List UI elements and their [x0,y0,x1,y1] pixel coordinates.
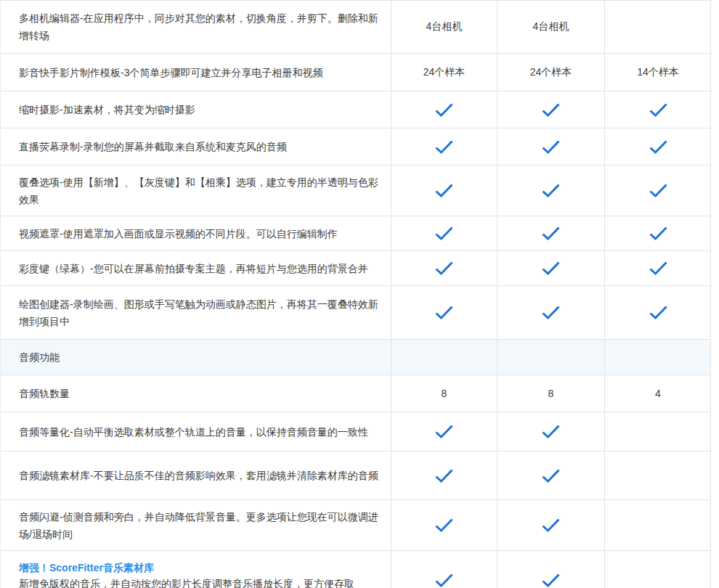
feature-cell: 彩度键（绿幕）-您可以在屏幕前拍摄专案主题，再将短片与您选用的背景合并 [1,251,391,285]
value-cell [497,500,604,550]
value-cell: 4台相机 [391,1,497,53]
checkmark-icon [434,424,454,439]
value-cell [497,166,604,216]
feature-label: 直播荧幕录制-录制您的屏幕并截取来自系统和麦克风的音频 [19,138,383,155]
checkmark-icon [649,305,668,320]
feature-label: 绘图创建器-录制绘画、图形或手写笔触为动画或静态图片，再将其一覆叠特效新增到项目… [19,295,383,330]
feature-label: 影音快手影片制作模板-3个简单步骤即可建立并分享电子相册和视频 [19,64,383,81]
checkmark-icon [541,573,561,588]
value-cell [604,166,711,216]
checkmark-icon [649,139,668,155]
value-cell [497,412,604,451]
checkmark-icon [649,183,668,198]
feature-comparison-table: 多相机编辑器-在应用程序中，同步对其您的素材，切换角度，并剪下。删除和新增转场 … [0,0,711,588]
checkmark-icon [541,183,561,198]
value-cell [391,286,497,339]
table-row: 覆叠选项-使用【新增】、【灰度键】和【相乘】选项，建立专用的半透明与色彩效果 [1,166,710,216]
value-cell [604,128,711,165]
table-row: 彩度键（绿幕）-您可以在屏幕前拍摄专案主题，再将短片与您选用的背景合并 [1,251,710,286]
value-cell [497,340,604,375]
checkmark-icon [434,573,454,588]
table-row: 绘图创建器-录制绘画、图形或手写笔触为动画或静态图片，再将其一覆叠特效新增到项目… [1,286,710,340]
checkmark-icon [541,305,561,320]
value-cell [604,340,711,375]
checkmark-icon [541,424,561,439]
value-cell [604,1,711,53]
value-cell [497,91,604,128]
feature-cell: 绘图创建器-录制绘画、图形或手写笔触为动画或静态图片，再将其一覆叠特效新增到项目… [1,286,391,339]
feature-cell: 视频遮罩-使用遮罩加入画面或显示视频的不同片段。可以自行编辑制作 [1,216,391,250]
checkmark-icon [541,226,561,241]
value-cell [497,216,604,250]
table-row: 缩时摄影-加速素材，将其变为缩时摄影 [1,91,710,128]
feature-cell: 增强！ScoreFitter音乐素材库新增免版权的音乐，并自动按您的影片长度调整… [1,551,391,588]
value-cell [604,216,711,250]
value-cell [604,91,711,128]
value-cell: 8 [391,375,497,412]
table-row: 音频轨数量 8 8 4 [1,375,710,412]
feature-label: 音频滤镜素材库-不要让品质不佳的音频影响效果，套用滤镜并清除素材库的音频 [19,467,383,484]
table-row: 多相机编辑器-在应用程序中，同步对其您的素材，切换角度，并剪下。删除和新增转场 … [1,1,710,54]
feature-label: 缩时摄影-加速素材，将其变为缩时摄影 [19,101,383,118]
value-cell [391,500,497,550]
value-cell [391,551,497,588]
checkmark-icon [541,468,561,483]
table-row: 视频遮罩-使用遮罩加入画面或显示视频的不同片段。可以自行编辑制作 [1,216,710,251]
feature-cell: 音频功能 [1,340,391,375]
feature-cell: 覆叠选项-使用【新增】、【灰度键】和【相乘】选项，建立专用的半透明与色彩效果 [1,166,391,216]
feature-label: 增强！ScoreFitter音乐素材库 [19,560,383,576]
feature-label: 音频轨数量 [19,385,383,402]
feature-label: 视频遮罩-使用遮罩加入画面或显示视频的不同片段。可以自行编辑制作 [19,225,383,242]
checkmark-icon [541,139,561,155]
value-cell: 24个样本 [497,54,604,91]
feature-cell: 音频等量化-自动平衡选取素材或整个轨道上的音量，以保持音频音量的一致性 [1,412,391,451]
value-cell [604,286,711,339]
value-cell [604,500,711,550]
checkmark-icon [434,226,454,241]
checkmark-icon [541,261,561,276]
feature-label: 彩度键（绿幕）-您可以在屏幕前拍摄专案主题，再将短片与您选用的背景合并 [19,260,383,277]
feature-cell: 多相机编辑器-在应用程序中，同步对其您的素材，切换角度，并剪下。删除和新增转场 [1,1,391,53]
table-row: 直播荧幕录制-录制您的屏幕并截取来自系统和麦克风的音频 [1,128,710,166]
value-cell [604,551,711,588]
checkmark-icon [541,102,561,118]
checkmark-icon [541,518,561,533]
checkmark-icon [434,139,454,155]
value-cell [497,128,604,165]
checkmark-icon [434,183,454,198]
value-cell: 24个样本 [391,54,497,91]
value-cell: 4 [604,375,711,412]
feature-cell: 音频轨数量 [1,375,391,412]
feature-cell: 缩时摄影-加速素材，将其变为缩时摄影 [1,91,391,128]
value-cell [604,412,711,451]
checkmark-icon [649,226,668,241]
value-cell [497,286,604,339]
feature-label: 音频功能 [19,348,383,366]
feature-sublabel: 新增免版权的音乐，并自动按您的影片长度调整音乐播放长度，更方便存取 [19,576,383,588]
feature-label: 多相机编辑器-在应用程序中，同步对其您的素材，切换角度，并剪下。删除和新增转场 [19,9,383,44]
value-cell [497,251,604,285]
table-row: 音频滤镜素材库-不要让品质不佳的音频影响效果，套用滤镜并清除素材库的音频 [1,452,710,500]
table-row: 音频功能 [1,340,710,375]
value-cell [497,452,604,499]
table-row: 增强！ScoreFitter音乐素材库新增免版权的音乐，并自动按您的影片长度调整… [1,551,710,588]
value-cell: 14个样本 [604,54,711,91]
value-cell [604,251,711,285]
value-cell [391,251,497,285]
value-cell [391,166,497,216]
value-cell [391,216,497,250]
value-cell [604,452,711,499]
feature-cell: 音频闪避-侦测音频和旁白，并自动降低背景音量。更多选项让您现在可以微调进场/退场… [1,500,391,550]
checkmark-icon [434,261,454,276]
checkmark-icon [649,261,668,276]
value-cell [391,128,497,165]
checkmark-icon [434,102,454,118]
feature-label: 覆叠选项-使用【新增】、【灰度键】和【相乘】选项，建立专用的半透明与色彩效果 [19,173,383,208]
feature-cell: 影音快手影片制作模板-3个简单步骤即可建立并分享电子相册和视频 [1,54,391,91]
value-cell [391,91,497,128]
value-cell [497,551,604,588]
table-row: 音频闪避-侦测音频和旁白，并自动降低背景音量。更多选项让您现在可以微调进场/退场… [1,500,710,551]
checkmark-icon [649,102,668,118]
feature-label: 音频闪避-侦测音频和旁白，并自动降低背景音量。更多选项让您现在可以微调进场/退场… [19,508,383,543]
table-row: 影音快手影片制作模板-3个简单步骤即可建立并分享电子相册和视频 24个样本 24… [1,54,710,91]
